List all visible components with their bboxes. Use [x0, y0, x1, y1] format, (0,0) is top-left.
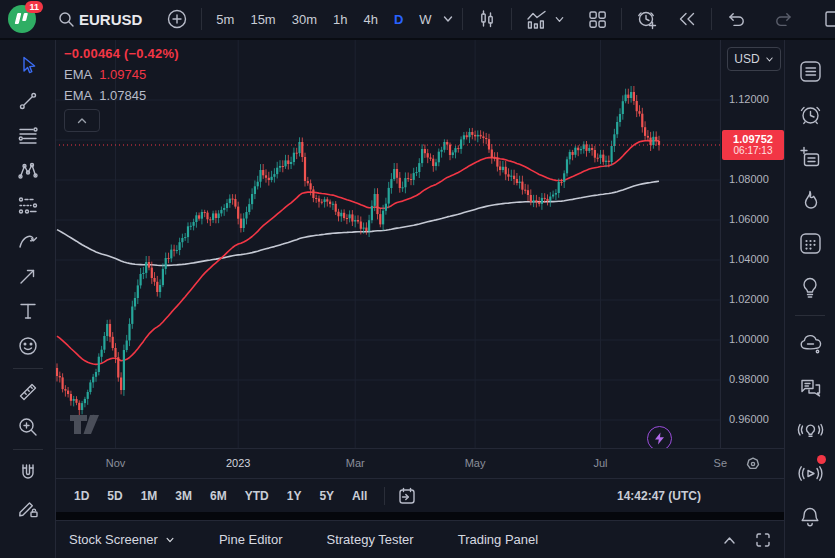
- replay-rewind-icon: [676, 8, 698, 30]
- range-all[interactable]: All: [343, 484, 376, 508]
- timeframe-30m[interactable]: 30m: [284, 6, 325, 32]
- chart-legend: −0.00464 (−0.42%) EMA 1.09745 EMA 1.0784…: [64, 46, 179, 132]
- go-to-date-icon[interactable]: [397, 486, 417, 506]
- timeframe-5m[interactable]: 5m: [208, 6, 242, 32]
- notifications-button[interactable]: [793, 495, 827, 538]
- timeframe-15m[interactable]: 15m: [242, 6, 283, 32]
- range-6m[interactable]: 6M: [201, 484, 236, 508]
- layout-grid-button[interactable]: [580, 4, 615, 34]
- range-5d[interactable]: 5D: [98, 484, 131, 508]
- ideas-button[interactable]: [793, 265, 827, 308]
- calendar-button[interactable]: [793, 222, 827, 265]
- lock-drawings-tool[interactable]: [11, 490, 45, 525]
- chevron-down-icon: [554, 14, 565, 25]
- chevron-down-icon: [765, 55, 774, 64]
- bar-replay-button[interactable]: [669, 4, 705, 34]
- range-3m[interactable]: 3M: [166, 484, 201, 508]
- axis-settings-gear-icon[interactable]: [745, 456, 761, 472]
- trading-panel-tab[interactable]: Trading Panel: [458, 532, 538, 547]
- pine-editor-tab[interactable]: Pine Editor: [219, 532, 283, 547]
- price-axis-label: 0.96000: [729, 413, 769, 425]
- alarm-clock-icon: [797, 101, 824, 128]
- symbol-search-button[interactable]: EURUSD: [50, 4, 149, 34]
- indicators-icon: [525, 8, 548, 31]
- chevron-up-icon: [76, 115, 88, 127]
- chart-style-button[interactable]: [469, 4, 505, 34]
- zoom-in-tool[interactable]: [11, 409, 45, 444]
- price-axis-label: 1.04000: [729, 253, 769, 265]
- indicators-button[interactable]: [518, 4, 572, 34]
- timeframe-4h[interactable]: 4h: [355, 6, 385, 32]
- ruler-icon: [16, 380, 40, 404]
- expand-panel-chevron-icon[interactable]: [722, 533, 737, 548]
- alert-clock-plus-icon: [635, 8, 658, 31]
- price-axis-label: 1.06000: [729, 213, 769, 225]
- compare-add-button[interactable]: [159, 4, 195, 34]
- time-axis-label: Jul: [593, 457, 607, 469]
- ema2-label[interactable]: EMA: [64, 88, 92, 103]
- cursor-tool[interactable]: [11, 48, 45, 83]
- calendar-grid-icon: [797, 230, 824, 257]
- timeframe-menu-button[interactable]: [440, 4, 456, 34]
- arrow-tool[interactable]: [11, 258, 45, 293]
- messages-button[interactable]: [793, 366, 827, 409]
- emoji-tool[interactable]: [11, 328, 45, 363]
- xabcd-icon: [16, 159, 40, 183]
- xabcd-pattern-tool[interactable]: [11, 153, 45, 188]
- timeframe-1d[interactable]: D: [386, 6, 411, 32]
- create-alert-button[interactable]: [628, 4, 665, 34]
- ema2-value: 1.07845: [99, 88, 146, 103]
- strategy-tester-tab[interactable]: Strategy Tester: [326, 532, 413, 547]
- last-price: 1.09752: [733, 133, 773, 145]
- screenshot-button[interactable]: [816, 4, 835, 34]
- range-ytd[interactable]: YTD: [236, 484, 278, 508]
- hotlists-button[interactable]: [793, 179, 827, 222]
- ema1-label[interactable]: EMA: [64, 67, 92, 82]
- lightbulb-icon: [797, 274, 823, 300]
- smiley-icon: [16, 334, 40, 358]
- quick-action-lightning-button[interactable]: [647, 426, 672, 448]
- stock-screener-tab[interactable]: Stock Screener: [69, 532, 175, 547]
- live-indicator-dot: [817, 455, 826, 464]
- fib-lines-tool[interactable]: [11, 118, 45, 153]
- trend-line-tool[interactable]: [11, 83, 45, 118]
- magnifier-plus-icon: [16, 415, 40, 439]
- watchlist-button[interactable]: [793, 50, 827, 93]
- candlestick-icon: [476, 8, 498, 30]
- streams-button[interactable]: [793, 452, 827, 495]
- range-1m[interactable]: 1M: [132, 484, 167, 508]
- price-axis[interactable]: USD 1.120001.100001.080001.060001.040001…: [720, 38, 786, 448]
- top-toolbar: 11 EURUSD 5m 15m 30m 1h 4h D W: [0, 0, 835, 40]
- timeframe-1w[interactable]: W: [411, 6, 439, 32]
- range-1y[interactable]: 1Y: [278, 484, 311, 508]
- date-range-toolbar: 1D 5D 1M 3M 6M YTD 1Y 5Y All 14:42:47 (U…: [55, 478, 785, 512]
- chart-plot-area[interactable]: −0.00464 (−0.42%) EMA 1.09745 EMA 1.0784…: [55, 38, 720, 448]
- legend-collapse-button[interactable]: [64, 109, 100, 132]
- undo-button[interactable]: [718, 4, 754, 34]
- bottom-panel-bar: Stock Screener Pine Editor Strategy Test…: [55, 520, 785, 558]
- session-clock[interactable]: 14:42:47 (UTC): [617, 479, 701, 513]
- currency-selector[interactable]: USD: [727, 47, 781, 71]
- forecast-tool[interactable]: [11, 188, 45, 223]
- broker-logo[interactable]: 11: [8, 5, 36, 33]
- time-axis[interactable]: Nov2023MarMayJulSe: [55, 448, 785, 479]
- measure-tool[interactable]: [11, 374, 45, 409]
- magnet-tool[interactable]: [11, 455, 45, 490]
- minds-button[interactable]: [793, 409, 827, 452]
- maximize-panel-icon[interactable]: [755, 532, 771, 548]
- alerts-button[interactable]: [793, 93, 827, 136]
- horizontal-lines-icon: [16, 124, 40, 148]
- text-tool[interactable]: [11, 293, 45, 328]
- data-window-button[interactable]: [793, 136, 827, 179]
- chat-button[interactable]: [793, 323, 827, 366]
- timeframe-1h[interactable]: 1h: [325, 6, 355, 32]
- range-1d[interactable]: 1D: [65, 484, 98, 508]
- forecast-icon: [16, 194, 40, 218]
- data-window-icon: [797, 144, 824, 171]
- text-icon: [16, 299, 40, 323]
- range-5y[interactable]: 5Y: [310, 484, 343, 508]
- right-sidebar: [784, 38, 835, 558]
- redo-button[interactable]: [766, 4, 802, 34]
- trading-platform: 11 EURUSD 5m 15m 30m 1h 4h D W: [0, 0, 835, 558]
- brush-tool[interactable]: [11, 223, 45, 258]
